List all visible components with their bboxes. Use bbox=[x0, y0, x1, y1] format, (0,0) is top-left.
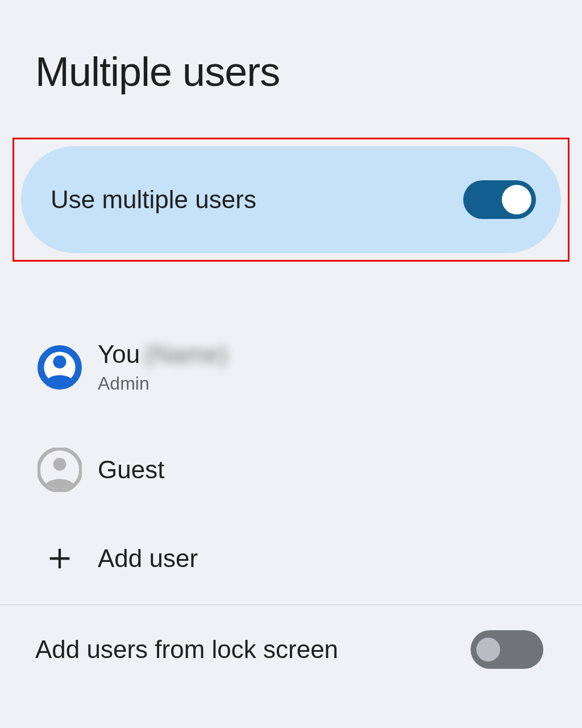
add-user-label: Add user bbox=[98, 544, 198, 573]
user-row-you[interactable]: You (Name) Admin bbox=[38, 324, 582, 410]
svg-point-8 bbox=[53, 458, 66, 471]
add-users-from-lock-screen-row[interactable]: Add users from lock screen bbox=[0, 605, 582, 694]
user-avatar-icon bbox=[38, 345, 82, 390]
guest-avatar-icon bbox=[38, 448, 82, 492]
user-row-guest[interactable]: Guest bbox=[38, 432, 582, 508]
svg-point-5 bbox=[53, 355, 66, 368]
redacted-name: (Name) bbox=[144, 340, 228, 369]
user-role-label: Admin bbox=[98, 373, 228, 394]
highlighted-region: Use multiple users bbox=[13, 138, 569, 262]
use-multiple-users-label: Use multiple users bbox=[51, 185, 256, 214]
use-multiple-users-row[interactable]: Use multiple users bbox=[21, 146, 561, 253]
user-list: You (Name) Admin Guest bbox=[0, 324, 582, 597]
guest-label: Guest bbox=[98, 456, 164, 484]
add-users-from-lock-screen-toggle[interactable] bbox=[471, 630, 543, 669]
use-multiple-users-toggle[interactable] bbox=[463, 180, 536, 219]
plus-icon bbox=[38, 536, 82, 581]
add-users-from-lock-screen-label: Add users from lock screen bbox=[35, 635, 338, 664]
toggle-thumb-icon bbox=[502, 185, 531, 214]
toggle-thumb-icon bbox=[476, 638, 500, 661]
page-title: Multiple users bbox=[0, 0, 582, 95]
user-name-label: You (Name) bbox=[98, 340, 228, 369]
add-user-row[interactable]: Add user bbox=[38, 520, 582, 597]
